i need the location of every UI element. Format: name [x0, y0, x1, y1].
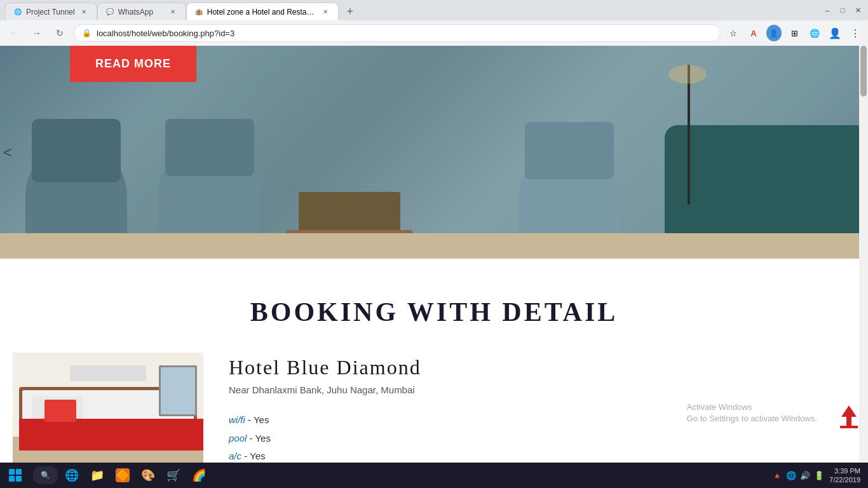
amenity-ac-separator: - — [244, 451, 250, 461]
taskbar-search[interactable]: 🔍 — [33, 466, 58, 484]
taskbar-clock: 3:39 PM 7/22/2019 — [829, 466, 860, 485]
taskbar-time-display: 3:39 PM — [829, 466, 860, 475]
taskbar-app-store[interactable]: 🛒 — [162, 464, 185, 487]
tab-hotel[interactable]: 🏨 Hotel zone a Hotel and Restauran ✕ — [186, 3, 339, 20]
amenity-pool-label: pool — [229, 433, 247, 444]
amenity-wifi-separator: - — [248, 414, 254, 425]
user-avatar: 👤 — [766, 25, 782, 41]
bookmark-button[interactable]: ☆ — [726, 25, 741, 41]
tray-battery-icon[interactable]: 🔋 — [814, 471, 824, 480]
forward-button[interactable]: → — [28, 24, 46, 42]
tab-hotel-close[interactable]: ✕ — [320, 7, 330, 17]
windows-logo — [9, 469, 22, 482]
tab-hotel-title: Hotel zone a Hotel and Restauran — [207, 8, 316, 17]
taskbar-right: 🔺 🌐 🔊 🔋 3:39 PM 7/22/2019 — [772, 466, 868, 485]
close-button[interactable]: ✕ — [853, 5, 863, 15]
tab-whatsapp[interactable]: 💬 WhatsApp ✕ — [97, 3, 186, 20]
amenity-wifi-value: Yes — [254, 414, 269, 425]
taskbar-app-chrome[interactable]: 🌐 — [60, 464, 83, 487]
floor-decoration — [0, 233, 868, 259]
hotel-name: Hotel Blue Diamond — [229, 356, 855, 379]
room-window — [159, 365, 197, 416]
window-controls: – □ ✕ — [822, 5, 863, 15]
tab-whatsapp-close[interactable]: ✕ — [168, 7, 178, 17]
taskbar: 🔍 🌐 📁 🔶 🎨 🛒 🌈 🔺 🌐 🔊 🔋 3:39 PM 7/22/2019 — [0, 463, 868, 488]
title-bar: 🌐 Project Tunnel ✕ 💬 WhatsApp ✕ 🏨 Hotel … — [0, 0, 868, 20]
extension-icon-2[interactable]: ⊞ — [787, 25, 802, 41]
win-logo-br — [16, 476, 22, 482]
tray-notifications-icon[interactable]: 🔺 — [772, 471, 782, 480]
orange-app-icon: 🔶 — [116, 468, 130, 482]
amenity-wifi: wi/fi - Yes — [229, 411, 855, 430]
amenity-pool-value: Yes — [255, 433, 270, 444]
extension-icon-4[interactable]: 👤 — [827, 25, 843, 41]
taskbar-date-display: 7/22/2019 — [829, 475, 860, 484]
file-manager-icon: 📁 — [90, 468, 104, 482]
chair-center-left — [153, 112, 267, 240]
main-content: BOOKING WITH DETAIL H — [0, 259, 868, 488]
search-icon: 🔍 — [41, 471, 50, 480]
colorful-app-icon: 🌈 — [192, 468, 206, 482]
taskbar-app-colorful[interactable]: 🌈 — [187, 464, 210, 487]
scrollbar-thumb[interactable] — [860, 46, 867, 97]
tab-whatsapp-favicon: 💬 — [105, 8, 114, 17]
amenity-wifi-label: wi/fi — [229, 414, 245, 425]
read-more-button[interactable]: Read More — [70, 46, 196, 82]
taskbar-app-orange[interactable]: 🔶 — [111, 464, 134, 487]
page-scrollbar[interactable] — [859, 20, 868, 482]
address-bar: ← → ↻ 🔒 localhost/hotel/web/booking.php?… — [0, 20, 868, 46]
paint-icon: 🎨 — [141, 468, 155, 482]
browser-chrome: 🌐 Project Tunnel ✕ 💬 WhatsApp ✕ 🏨 Hotel … — [0, 0, 868, 46]
chair-center-right — [512, 112, 627, 246]
tab-hotel-favicon: 🏨 — [194, 8, 203, 17]
tab-project-tunnel-favicon: 🌐 — [13, 8, 22, 17]
amenity-ac-label: a/c — [229, 451, 241, 461]
store-icon: 🛒 — [166, 468, 180, 482]
tab-project-tunnel-close[interactable]: ✕ — [79, 7, 89, 17]
tray-network-icon[interactable]: 🌐 — [786, 471, 796, 480]
minimize-button[interactable]: – — [822, 5, 832, 15]
extension-icon-3[interactable]: 🌐 — [807, 25, 822, 41]
maximize-button[interactable]: □ — [837, 5, 848, 15]
start-button[interactable] — [0, 463, 31, 488]
room-ac — [70, 365, 146, 381]
chrome-icon: 🌐 — [65, 468, 79, 482]
url-bar[interactable]: 🔒 localhost/hotel/web/booking.php?id=3 — [74, 24, 721, 42]
new-tab-button[interactable]: + — [341, 3, 359, 20]
url-text: localhost/hotel/web/booking.php?id=3 — [97, 29, 712, 38]
prev-slide-button[interactable]: < — [0, 137, 15, 168]
tab-whatsapp-title: WhatsApp — [118, 8, 164, 17]
room-pillow-red — [44, 400, 76, 422]
win-logo-bl — [9, 476, 15, 482]
toolbar-icons: ☆ A 👤 ⊞ 🌐 👤 ⋮ — [726, 25, 863, 41]
lamp — [688, 65, 690, 205]
win-logo-tr — [16, 469, 22, 475]
tabs-container: 🌐 Project Tunnel ✕ 💬 WhatsApp ✕ 🏨 Hotel … — [5, 0, 822, 20]
room-blanket — [19, 419, 203, 451]
secure-icon: 🔒 — [82, 29, 92, 37]
hero-section: Read More < — [0, 46, 868, 259]
taskbar-app-paint[interactable]: 🎨 — [137, 464, 159, 487]
tray-icons: 🔺 🌐 🔊 🔋 — [772, 471, 824, 480]
page-content: Read More < BOOKING WITH DETAIL — [0, 46, 868, 488]
taskbar-app-file-manager[interactable]: 📁 — [86, 464, 109, 487]
back-button[interactable]: ← — [5, 24, 23, 42]
win-logo-tl — [9, 469, 15, 475]
amenity-ac-value: Yes — [250, 451, 265, 461]
extension-icon-1[interactable]: A — [746, 25, 761, 41]
chair-left — [13, 106, 140, 246]
amenity-pool: pool - Yes — [229, 430, 855, 448]
tray-volume-icon[interactable]: 🔊 — [800, 471, 810, 480]
hotel-address: Near Dhanlaxmi Bank, Juhu Nagar, Mumbai — [229, 384, 855, 395]
profile-button[interactable]: 👤 — [766, 25, 782, 41]
tab-project-tunnel[interactable]: 🌐 Project Tunnel ✕ — [5, 3, 97, 20]
reload-button[interactable]: ↻ — [51, 24, 69, 42]
tab-project-tunnel-title: Project Tunnel — [26, 8, 75, 17]
section-title: BOOKING WITH DETAIL — [0, 259, 868, 353]
